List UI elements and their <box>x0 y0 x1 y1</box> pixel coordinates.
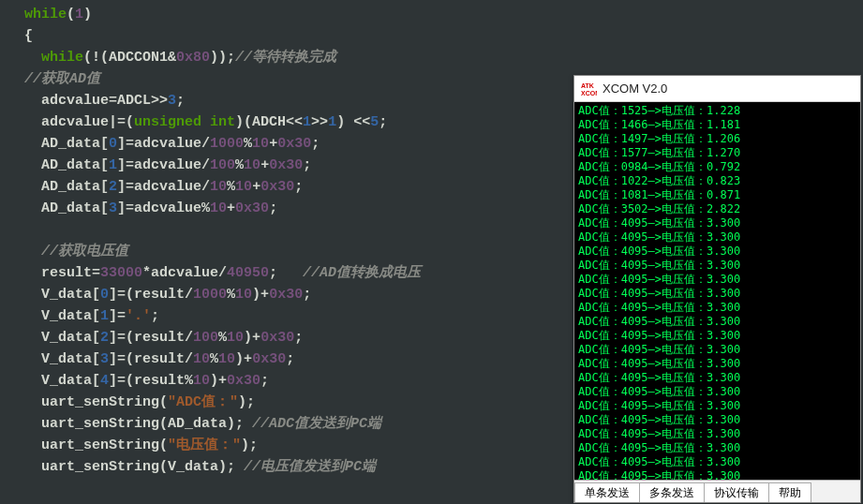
serial-output[interactable]: ADC值：1525—>电压值：1.228ADC值：1466—>电压值：1.181… <box>574 102 860 480</box>
serial-line: ADC值：4095—>电压值：3.300 <box>578 301 856 315</box>
serial-tab[interactable]: 单条发送 <box>574 482 640 502</box>
code-line: while(!(ADCCON1&0x80));//等待转换完成 <box>7 47 856 68</box>
serial-line: ADC值：4095—>电压值：3.300 <box>578 413 856 427</box>
serial-line: ADC值：1497—>电压值：1.206 <box>578 132 856 146</box>
serial-line: ADC值：4095—>电压值：3.300 <box>578 216 856 230</box>
serial-monitor-window: ATK XCOM XCOM V2.0 ADC值：1525—>电压值：1.228A… <box>573 75 861 503</box>
serial-line: ADC值：4095—>电压值：3.300 <box>578 441 856 455</box>
serial-line: ADC值：4095—>电压值：3.300 <box>578 329 856 343</box>
svg-text:XCOM: XCOM <box>581 90 597 96</box>
svg-text:ATK: ATK <box>581 82 594 89</box>
serial-line: ADC值：4095—>电压值：3.300 <box>578 230 856 245</box>
serial-line: ADC值：3502—>电压值：2.822 <box>578 202 856 216</box>
serial-line: ADC值：4095—>电压值：3.300 <box>578 259 856 273</box>
serial-title: XCOM V2.0 <box>603 82 667 96</box>
serial-line: ADC值：4095—>电压值：3.300 <box>578 427 856 441</box>
serial-line: ADC值：1525—>电压值：1.228 <box>578 104 856 118</box>
serial-line: ADC值：1466—>电压值：1.181 <box>578 118 856 132</box>
serial-tabs: 单条发送多条发送协议传输帮助 <box>574 480 860 502</box>
serial-line: ADC值：0984—>电压值：0.792 <box>578 160 856 174</box>
serial-line: ADC值：4095—>电压值：3.300 <box>578 343 856 357</box>
serial-line: ADC值：4095—>电压值：3.300 <box>578 273 856 287</box>
code-line: { <box>7 25 856 47</box>
serial-line: ADC值：4095—>电压值：3.300 <box>578 371 856 385</box>
code-line: while(1) <box>7 4 856 25</box>
app-logo-icon: ATK XCOM <box>580 81 597 97</box>
serial-line: ADC值：1577—>电压值：1.270 <box>578 146 856 160</box>
serial-titlebar[interactable]: ATK XCOM XCOM V2.0 <box>574 76 860 102</box>
serial-line: ADC值：4095—>电压值：3.300 <box>578 469 856 480</box>
serial-line: ADC值：1022—>电压值：0.823 <box>578 174 856 188</box>
serial-line: ADC值：1081—>电压值：0.871 <box>578 188 856 202</box>
serial-tab[interactable]: 多条发送 <box>639 482 705 502</box>
serial-tab[interactable]: 协议传输 <box>704 482 769 502</box>
serial-line: ADC值：4095—>电压值：3.300 <box>578 287 856 301</box>
serial-line: ADC值：4095—>电压值：3.300 <box>578 399 856 413</box>
serial-line: ADC值：4095—>电压值：3.300 <box>578 245 856 259</box>
serial-line: ADC值：4095—>电压值：3.300 <box>578 455 856 469</box>
serial-tab[interactable]: 帮助 <box>768 482 811 502</box>
serial-line: ADC值：4095—>电压值：3.300 <box>578 357 856 371</box>
serial-line: ADC值：4095—>电压值：3.300 <box>578 385 856 399</box>
serial-line: ADC值：4095—>电压值：3.300 <box>578 315 856 329</box>
